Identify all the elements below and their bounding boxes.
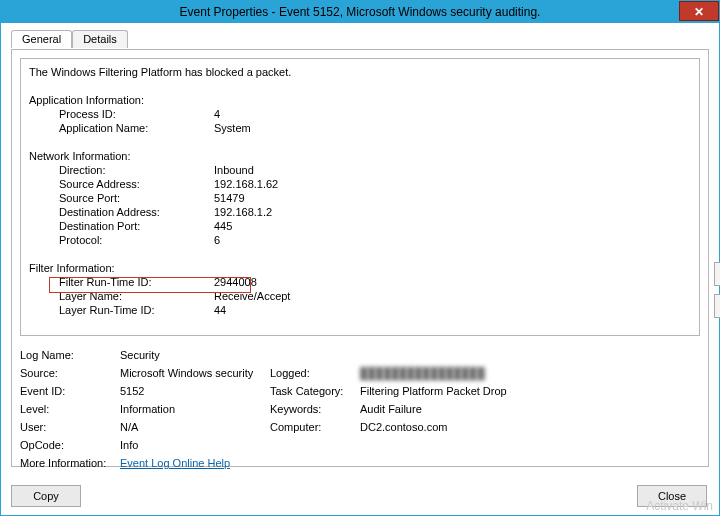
level-label: Level: <box>20 400 120 418</box>
window-title: Event Properties - Event 5152, Microsoft… <box>180 5 541 19</box>
layer-name-label: Layer Name: <box>59 289 214 303</box>
tab-details[interactable]: Details <box>72 30 128 48</box>
nav-up-button[interactable]: 🡅 <box>714 262 720 286</box>
source-label: Source: <box>20 364 120 382</box>
computer-value: DC2.contoso.com <box>360 418 700 436</box>
bottom-bar: Copy Close <box>11 485 707 507</box>
log-name-value: Security <box>120 346 270 364</box>
keywords-value: Audit Failure <box>360 400 700 418</box>
app-name-value: System <box>214 122 251 134</box>
more-info-link[interactable]: Event Log Online Help <box>120 457 230 469</box>
client-area: GeneralDetails The Windows Filtering Pla… <box>1 23 719 515</box>
close-button[interactable]: Close <box>637 485 707 507</box>
dst-port-label: Destination Port: <box>59 219 214 233</box>
src-addr-label: Source Address: <box>59 177 214 191</box>
task-category-label: Task Category: <box>270 382 360 400</box>
protocol-value: 6 <box>214 234 220 246</box>
computer-label: Computer: <box>270 418 360 436</box>
dst-port-value: 445 <box>214 220 232 232</box>
close-icon[interactable]: ✕ <box>679 1 719 21</box>
process-id-value: 4 <box>214 108 220 120</box>
tab-general[interactable]: General <box>11 30 72 48</box>
copy-button[interactable]: Copy <box>11 485 81 507</box>
src-port-label: Source Port: <box>59 191 214 205</box>
logged-label: Logged: <box>270 364 360 382</box>
nav-down-button[interactable]: 🡇 <box>714 294 720 318</box>
filter-runtime-row: Filter Run-Time ID:2944008 <box>29 275 691 289</box>
process-id-row: Process ID:4 <box>29 107 691 121</box>
protocol-row: Protocol:6 <box>29 233 691 247</box>
filter-runtime-label: Filter Run-Time ID: <box>59 275 214 289</box>
keywords-label: Keywords: <box>270 400 360 418</box>
layer-runtime-value: 44 <box>214 304 226 316</box>
filter-info-header: Filter Information: <box>29 261 691 275</box>
protocol-label: Protocol: <box>59 233 214 247</box>
process-id-label: Process ID: <box>59 107 214 121</box>
event-properties-window: Event Properties - Event 5152, Microsoft… <box>0 0 720 516</box>
tab-panel-general: The Windows Filtering Platform has block… <box>11 49 709 467</box>
app-info-header: Application Information: <box>29 93 691 107</box>
titlebar: Event Properties - Event 5152, Microsoft… <box>1 1 719 23</box>
logged-value: ████████████████ <box>360 364 700 382</box>
log-name-label: Log Name: <box>20 346 120 364</box>
filter-runtime-value: 2944008 <box>214 276 257 288</box>
layer-runtime-label: Layer Run-Time ID: <box>59 303 214 317</box>
event-id-label: Event ID: <box>20 382 120 400</box>
dst-addr-row: Destination Address:192.168.1.2 <box>29 205 691 219</box>
dst-addr-label: Destination Address: <box>59 205 214 219</box>
direction-label: Direction: <box>59 163 214 177</box>
event-id-value: 5152 <box>120 382 270 400</box>
task-category-value: Filtering Platform Packet Drop <box>360 382 700 400</box>
event-description: The Windows Filtering Platform has block… <box>20 58 700 336</box>
app-name-label: Application Name: <box>59 121 214 135</box>
layer-name-value: Receive/Accept <box>214 290 290 302</box>
src-port-row: Source Port:51479 <box>29 191 691 205</box>
event-metadata: Log Name: Security Source: Microsoft Win… <box>20 346 700 472</box>
app-name-row: Application Name:System <box>29 121 691 135</box>
layer-name-row: Layer Name:Receive/Accept <box>29 289 691 303</box>
summary-text: The Windows Filtering Platform has block… <box>29 65 691 79</box>
src-port-value: 51479 <box>214 192 245 204</box>
source-value: Microsoft Windows security <box>120 364 270 382</box>
opcode-label: OpCode: <box>20 436 120 454</box>
level-value: Information <box>120 400 270 418</box>
dst-addr-value: 192.168.1.2 <box>214 206 272 218</box>
direction-value: Inbound <box>214 164 254 176</box>
tabstrip: GeneralDetails <box>11 29 709 49</box>
net-info-header: Network Information: <box>29 149 691 163</box>
src-addr-row: Source Address:192.168.1.62 <box>29 177 691 191</box>
dst-port-row: Destination Port:445 <box>29 219 691 233</box>
direction-row: Direction:Inbound <box>29 163 691 177</box>
opcode-value: Info <box>120 436 270 454</box>
layer-runtime-row: Layer Run-Time ID:44 <box>29 303 691 317</box>
src-addr-value: 192.168.1.62 <box>214 178 278 190</box>
more-info-label: More Information: <box>20 454 120 472</box>
user-label: User: <box>20 418 120 436</box>
user-value: N/A <box>120 418 270 436</box>
